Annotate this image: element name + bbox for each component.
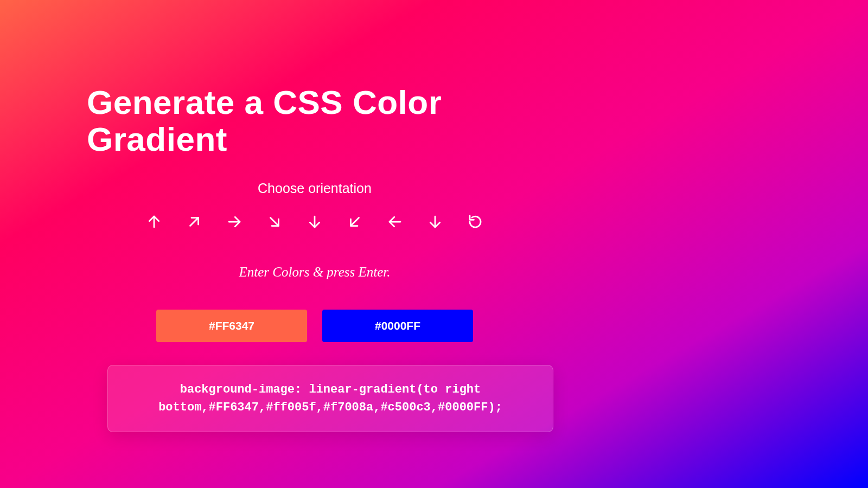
orient-left-button[interactable] [385, 213, 405, 232]
orient-up-right-button[interactable] [184, 213, 204, 232]
page-title: Generate a CSS Color Gradient [87, 84, 542, 158]
orient-down-right-button[interactable] [265, 213, 284, 232]
orient-down-alt-button[interactable] [425, 213, 445, 232]
orient-down-left-button[interactable] [345, 213, 365, 232]
color-inputs-row [87, 310, 542, 342]
color-2-input[interactable] [322, 310, 473, 342]
orient-right-button[interactable] [225, 213, 244, 232]
orient-up-button[interactable] [144, 213, 164, 232]
color-1-input[interactable] [156, 310, 307, 342]
arrow-left-icon [387, 214, 403, 232]
arrow-right-icon [226, 214, 242, 232]
orient-rotate-button[interactable] [465, 213, 485, 232]
instruction-label: Enter Colors & press Enter. [87, 265, 542, 280]
rotate-icon [467, 214, 483, 232]
orientation-label: Choose orientation [87, 181, 542, 196]
arrow-down-icon [307, 214, 323, 232]
svg-line-5 [351, 217, 359, 226]
arrow-down-left-icon [347, 214, 363, 232]
css-output-box[interactable]: background-image: linear-gradient(to rig… [107, 365, 553, 432]
css-output-text: background-image: linear-gradient(to rig… [130, 381, 531, 416]
svg-line-1 [190, 217, 199, 226]
orient-down-button[interactable] [305, 213, 324, 232]
orientation-row [87, 213, 542, 232]
arrow-down-right-icon [266, 214, 283, 232]
arrow-down-alt-icon [427, 214, 443, 232]
arrow-up-right-icon [186, 214, 202, 232]
svg-line-3 [271, 217, 279, 226]
arrow-up-icon [146, 214, 162, 232]
